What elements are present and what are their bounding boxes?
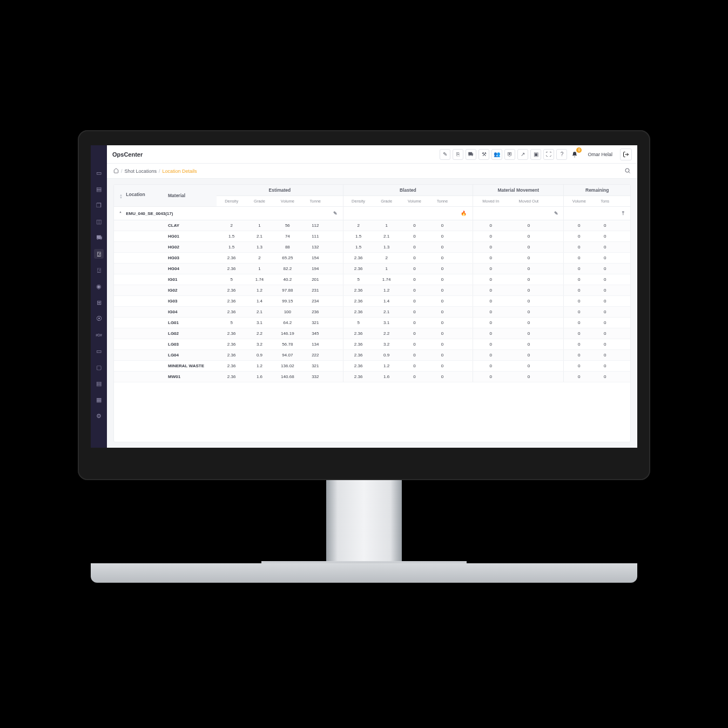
table-row: IG0151.7440.220151.74000000 — [114, 274, 630, 285]
cell-material: MINERAL WASTE — [163, 361, 217, 372]
sidebar: ▭ ▤ ❐ ◫ ⛟ ⍰ ⍰ ◉ ⊞ ⦿ #0# ▭ ▢ ▤ ▦ ⚙ — [91, 145, 107, 448]
table-row: LG0153.164.232153.1000000 — [114, 318, 630, 328]
table-row: IG022.361.297.882312.361.2000000 — [114, 285, 630, 296]
toolbar-copy-icon[interactable]: ⎘ — [453, 149, 463, 160]
sidebar-item-chat-icon[interactable]: ▢ — [94, 362, 104, 372]
table-row: MINERAL WASTE2.361.2136.023212.361.20000… — [114, 361, 630, 372]
table-row: LG022.362.2146.193452.362.2000000 — [114, 328, 630, 339]
col-bl-density: Density — [343, 196, 373, 207]
col-est-density: Density — [217, 196, 246, 207]
breadcrumb-current: Location Details — [163, 168, 197, 174]
notification-badge: 0 — [576, 147, 582, 153]
col-bl-grade: Grade — [373, 196, 399, 207]
home-icon[interactable] — [113, 168, 119, 174]
col-est-grade: Grade — [246, 196, 272, 207]
toolbar-fullscreen-icon[interactable]: ⛶ — [543, 149, 554, 160]
col-rem-tons: Tons — [594, 196, 616, 207]
sidebar-item-hash-icon[interactable]: #0# — [94, 330, 104, 340]
cell-material: HG03 — [163, 253, 217, 264]
cell-material: HG02 — [163, 242, 217, 253]
table-row: IG042.362.11002362.362.1000000 — [114, 307, 630, 318]
cell-material: LG04 — [163, 350, 217, 361]
app-title: OpsCenter — [112, 151, 143, 158]
export-icon[interactable]: ⤒ — [621, 211, 625, 216]
toolbar-image-icon[interactable]: ▣ — [530, 149, 541, 160]
sidebar-item-truck-icon[interactable]: ⛟ — [94, 233, 104, 242]
col-bl-volume: Volume — [400, 196, 429, 207]
group-location: EMU_040_SE_0043(17) — [126, 211, 173, 216]
cell-material: HG04 — [163, 264, 217, 274]
sidebar-item-clipboard-icon[interactable]: ▤ — [94, 184, 104, 194]
col-est-volume: Volume — [273, 196, 302, 207]
sidebar-item-users-icon[interactable]: ⍰ — [94, 265, 104, 275]
edit-movement-icon[interactable]: ✎ — [554, 211, 558, 216]
cell-material: IG02 — [163, 285, 217, 296]
sidebar-item-dashboard-icon[interactable]: ▭ — [94, 168, 104, 178]
cell-material: HG01 — [163, 231, 217, 242]
sidebar-item-shield-icon[interactable]: ◉ — [94, 281, 104, 291]
group-row[interactable]: ˄ EMU_040_SE_0043(17) ✎ 🔥 ✎ — [114, 207, 630, 220]
sidebar-item-report-icon[interactable]: ▦ — [94, 395, 104, 405]
col-group-estimated: Estimated — [217, 185, 343, 196]
table-row: LG042.360.994.072222.360.9000000 — [114, 350, 630, 361]
cell-material: MW01 — [163, 372, 217, 382]
col-material: Material — [163, 185, 217, 207]
toolbar-truck-icon[interactable]: ⛟ — [466, 149, 476, 160]
table-row: HG011.52.1741111.52.1000000 — [114, 231, 630, 242]
table-row: LG032.363.256.781342.363.2000000 — [114, 339, 630, 350]
col-est-tonne: Tonne — [302, 196, 328, 207]
notifications-bell-icon[interactable]: 0 — [569, 149, 580, 160]
sidebar-item-gear-icon[interactable]: ⚙ — [94, 411, 104, 421]
cell-material: LG01 — [163, 318, 217, 328]
sidebar-item-box-icon[interactable]: ◫ — [94, 217, 104, 226]
sidebar-item-layers-icon[interactable]: ❐ — [94, 200, 104, 210]
breadcrumb-bar: / Shot Locations / Location Details — [107, 164, 637, 179]
topbar: OpsCenter ✎ ⎘ ⛟ ⚒ 👥 ⛨ ↗ ▣ ⛶ ? — [107, 145, 637, 164]
table-row: HG021.51.3881321.51.3000000 — [114, 242, 630, 253]
col-location: Location — [126, 192, 145, 197]
sort-icon[interactable]: ▲▼ — [119, 194, 123, 199]
sidebar-item-tree-icon[interactable]: ⊞ — [94, 298, 104, 307]
fire-icon[interactable]: 🔥 — [461, 211, 467, 216]
cell-material: LG03 — [163, 339, 217, 350]
cell-material: IG01 — [163, 274, 217, 285]
logout-icon[interactable] — [620, 149, 632, 160]
edit-estimated-icon[interactable]: ✎ — [333, 211, 338, 216]
cell-material: CLAY — [163, 220, 217, 231]
table-row: HG032.36265.251542.362000000 — [114, 253, 630, 264]
toolbar-shield-icon[interactable]: ⛨ — [504, 149, 515, 160]
cell-material: IG04 — [163, 307, 217, 318]
breadcrumb-level-1[interactable]: Shot Locations — [125, 168, 157, 174]
svg-point-0 — [625, 168, 629, 172]
user-name[interactable]: Omar Helal — [588, 152, 612, 157]
toolbar-digger-icon[interactable]: ⚒ — [478, 149, 489, 160]
toolbar-help-icon[interactable]: ? — [556, 149, 567, 160]
sidebar-item-card-icon[interactable]: ▭ — [94, 346, 104, 356]
col-rem-volume: Volume — [564, 196, 594, 207]
col-group-remaining: Remaining — [564, 185, 630, 196]
materials-table: ▲▼ Location Material Estimated Blasted M… — [113, 184, 631, 442]
col-group-movement: Material Movement — [473, 185, 564, 196]
table-row: MW012.361.6140.683322.361.6000000 — [114, 372, 630, 382]
col-moved-out: Moved Out — [508, 196, 549, 207]
sidebar-item-pin-icon[interactable]: ⦿ — [94, 314, 104, 323]
collapse-icon[interactable]: ˄ — [119, 211, 122, 216]
table-row: HG042.36182.21942.361000000 — [114, 264, 630, 274]
col-bl-tonne: Tonne — [429, 196, 455, 207]
cell-material: LG02 — [163, 328, 217, 339]
sidebar-item-user-icon[interactable]: ⍰ — [94, 249, 104, 259]
col-moved-in: Moved In — [473, 196, 508, 207]
toolbar-external-icon[interactable]: ↗ — [517, 149, 528, 160]
table-row: CLAY215611221000000 — [114, 220, 630, 231]
toolbar-edit-icon[interactable]: ✎ — [440, 149, 450, 160]
table-row: IG032.361.499.152342.361.4000000 — [114, 296, 630, 307]
cell-material: IG03 — [163, 296, 217, 307]
search-icon[interactable] — [624, 167, 631, 175]
sidebar-item-doc-icon[interactable]: ▤ — [94, 379, 104, 388]
col-group-blasted: Blasted — [343, 185, 473, 196]
toolbar-people-icon[interactable]: 👥 — [491, 149, 502, 160]
